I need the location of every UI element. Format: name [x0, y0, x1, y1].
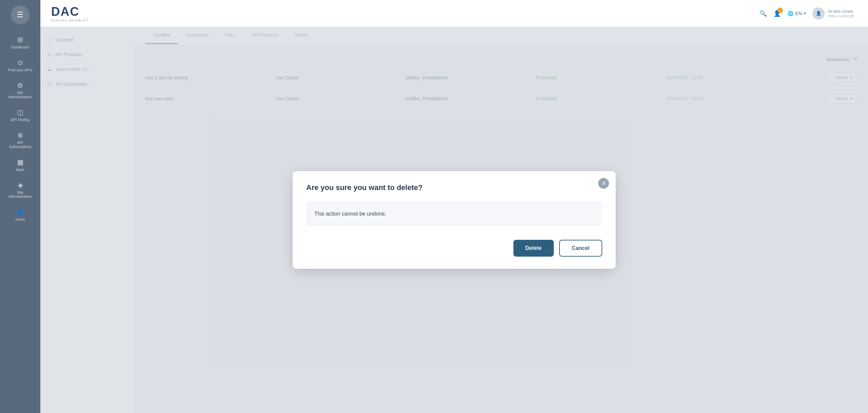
api-subscriptions-icon: ⊗: [18, 131, 23, 139]
dialog-body-text: This action cannot be undone.: [314, 211, 386, 217]
site-admin-icon: ◈: [18, 181, 23, 189]
modal-overlay: ✕ Are you sure you want to delete? This …: [40, 27, 868, 413]
sidebar-item-site-admin[interactable]: ◈ Site Administration: [3, 178, 37, 202]
user-email: ekta.u+admin@...: [828, 14, 857, 18]
sidebar-item-api-admin[interactable]: ⚙ API Administration: [3, 78, 37, 102]
sidebar-item-label: Users: [16, 217, 25, 221]
top-header: DAC DIGITAL APICRAFT 🔍 👤 1 🌐 EN ▾ 👤 Hi: [40, 0, 868, 27]
api-testing-icon: ◫: [17, 108, 24, 116]
sidebar-item-users[interactable]: 👤 Users: [3, 204, 37, 225]
api-admin-icon: ⚙: [17, 82, 23, 90]
dialog-body: This action cannot be undone.: [306, 201, 602, 226]
header-right: 🔍 👤 1 🌐 EN ▾ 👤 Hi ekta umare ekta.u+admi…: [760, 7, 857, 20]
dialog-close-button[interactable]: ✕: [598, 178, 609, 189]
chevron-down-icon: ▾: [804, 11, 806, 16]
user-details: Hi ekta umare ekta.u+admin@...: [828, 9, 857, 18]
apps-icon: ▦: [17, 158, 24, 166]
sidebar-item-label: Dashboard: [11, 45, 29, 49]
dashboard-icon: ⊞: [18, 36, 23, 44]
user-greeting: Hi ekta umare: [828, 9, 857, 14]
sidebar-menu-icon[interactable]: ☰: [11, 5, 30, 24]
notifications-button[interactable]: 👤 1: [773, 10, 781, 17]
language-selector[interactable]: 🌐 EN ▾: [787, 11, 806, 16]
sidebar-item-dashboard[interactable]: ⊞ Dashboard: [3, 32, 37, 53]
sidebar-item-find-apis[interactable]: ⊙ Find your APIs: [3, 55, 37, 75]
icon-sidebar: ☰ ⊞ Dashboard ⊙ Find your APIs ⚙ API Adm…: [0, 0, 40, 413]
user-info: 👤 Hi ekta umare ekta.u+admin@...: [812, 7, 857, 20]
delete-button[interactable]: Delete: [514, 240, 554, 257]
logo: DAC DIGITAL APICRAFT: [51, 5, 89, 22]
cancel-button[interactable]: Cancel: [559, 240, 602, 257]
avatar: 👤: [812, 7, 825, 20]
sidebar-item-label: API Administration: [6, 91, 34, 99]
find-apis-icon: ⊙: [18, 59, 23, 67]
content-area: 📄 Content ⊙ API Products ☁ Import APIs /…: [40, 27, 868, 413]
logo-dac: DAC: [51, 5, 89, 19]
notification-badge: 1: [777, 8, 783, 13]
globe-icon: 🌐: [787, 11, 793, 16]
sidebar-item-label: Site Administration: [6, 190, 34, 198]
delete-dialog: ✕ Are you sure you want to delete? This …: [293, 171, 616, 269]
sidebar-item-api-testing[interactable]: ◫ API Testing: [3, 105, 37, 125]
sidebar-item-label: API Testing: [11, 118, 29, 122]
sidebar-item-api-subscriptions[interactable]: ⊗ API Subscriptions: [3, 128, 37, 152]
dialog-actions: Delete Cancel: [306, 240, 602, 257]
close-icon: ✕: [601, 180, 606, 187]
language-label: EN: [795, 11, 802, 16]
sidebar-item-label: Find your APIs: [8, 68, 32, 72]
app-layout: ☰ ⊞ Dashboard ⊙ Find your APIs ⚙ API Adm…: [0, 0, 868, 413]
sidebar-item-apps[interactable]: ▦ Apps: [3, 155, 37, 175]
logo-sub: DIGITAL APICRAFT: [51, 19, 89, 22]
sidebar-item-label: API Subscriptions: [6, 140, 34, 149]
main-area: DAC DIGITAL APICRAFT 🔍 👤 1 🌐 EN ▾ 👤 Hi: [40, 0, 868, 413]
users-icon: 👤: [16, 208, 25, 216]
search-button[interactable]: 🔍: [760, 10, 767, 17]
sidebar-item-label: Apps: [16, 167, 24, 171]
dialog-title: Are you sure you want to delete?: [306, 183, 602, 192]
